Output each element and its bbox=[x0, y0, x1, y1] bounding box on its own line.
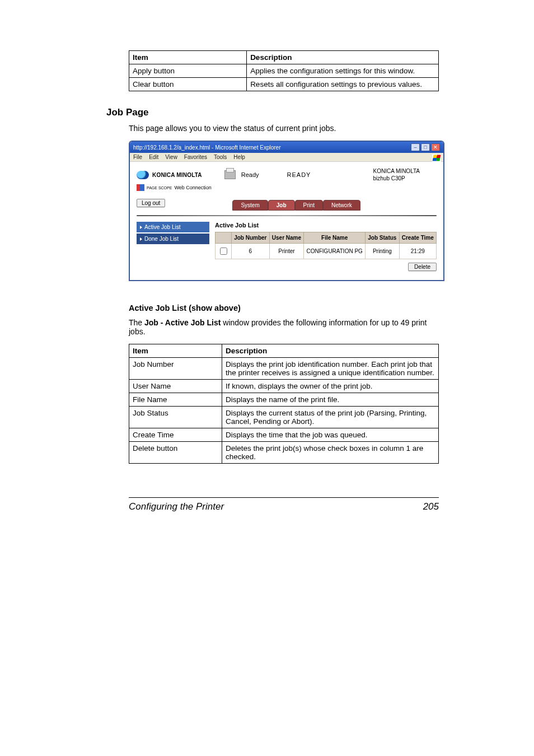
job-details-table: Item Description Job NumberDisplays the … bbox=[129, 344, 439, 464]
pagescope-label: Web Connection bbox=[174, 185, 211, 190]
job-page-heading: Job Page bbox=[106, 107, 439, 118]
col-checkbox bbox=[216, 232, 232, 244]
col-file: File Name bbox=[304, 232, 366, 244]
clear-button-desc: Resets all configuration settings to pre… bbox=[247, 78, 439, 91]
maximize-icon[interactable]: □ bbox=[421, 143, 430, 151]
active-joblist-heading: Active Job List (show above) bbox=[129, 304, 439, 312]
col-time: Create Time bbox=[399, 232, 436, 244]
details-item: Job Number bbox=[129, 358, 222, 380]
intro-prefix: The bbox=[129, 318, 144, 327]
details-desc: If known, displays the owner of the prin… bbox=[222, 380, 438, 393]
joblist-panel: Active Job List Job Number User Name Fil… bbox=[215, 222, 437, 271]
menu-file[interactable]: File bbox=[133, 154, 142, 160]
delete-button[interactable]: Delete bbox=[408, 263, 437, 271]
settings-buttons-table: Item Description Apply button Applies th… bbox=[129, 50, 439, 91]
joblist-title: Active Job List bbox=[215, 222, 437, 228]
details-desc: Displays the time that the job was queue… bbox=[222, 428, 438, 442]
ie-menubar: File Edit View Favorites Tools Help bbox=[130, 153, 443, 162]
col-jobno: Job Number bbox=[232, 232, 270, 244]
menu-edit[interactable]: Edit bbox=[149, 154, 158, 160]
details-item: Delete button bbox=[129, 442, 222, 464]
ready-status: READY bbox=[287, 171, 311, 178]
km-brand-text: KONICA MINOLTA bbox=[152, 172, 202, 178]
globe-icon bbox=[137, 171, 149, 179]
apply-button-desc: Applies the configuration settings for t… bbox=[247, 64, 439, 78]
minimize-icon[interactable]: – bbox=[411, 143, 420, 151]
menu-favorites[interactable]: Favorites bbox=[184, 154, 207, 160]
printer-icon bbox=[224, 170, 236, 179]
sidebar-item-label: Active Job List bbox=[144, 224, 180, 230]
sidebar: Active Job List Done Job List bbox=[137, 222, 209, 271]
menu-help[interactable]: Help bbox=[233, 154, 245, 160]
details-item: File Name bbox=[129, 393, 222, 407]
pagescope-icon bbox=[137, 184, 144, 191]
menu-tools[interactable]: Tools bbox=[214, 154, 227, 160]
km-logo: KONICA MINOLTA bbox=[137, 171, 202, 179]
nav-tabs: System Job Print Network bbox=[232, 200, 360, 211]
sidebar-item-active-jobs[interactable]: Active Job List bbox=[137, 222, 209, 232]
header-item: Item bbox=[129, 51, 247, 64]
tab-network[interactable]: Network bbox=[323, 200, 360, 211]
footer-section-title: Configuring the Printer bbox=[129, 501, 224, 512]
sidebar-item-label: Done Job List bbox=[144, 236, 179, 242]
table-row: 6 Printer CONFIGURATION PG Printing 21:2… bbox=[216, 244, 437, 259]
details-header-item: Item bbox=[129, 344, 222, 358]
row-checkbox[interactable] bbox=[220, 248, 227, 255]
details-desc: Displays the print job identification nu… bbox=[222, 358, 438, 380]
cell-user: Printer bbox=[269, 244, 304, 259]
details-item: Create Time bbox=[129, 428, 222, 442]
tab-system[interactable]: System bbox=[232, 200, 268, 211]
job-page-intro: This page allows you to view the status … bbox=[129, 124, 439, 133]
header-row: KONICA MINOLTA Ready READY KONICA MINOLT… bbox=[137, 167, 437, 182]
job-table: Job Number User Name File Name Job Statu… bbox=[215, 232, 437, 259]
tab-job[interactable]: Job bbox=[268, 200, 295, 211]
active-joblist-intro: The Job - Active Job List window provide… bbox=[129, 318, 439, 336]
device-brand: KONICA MINOLTA bbox=[373, 168, 420, 174]
tab-print[interactable]: Print bbox=[295, 200, 324, 211]
apply-button-item: Apply button bbox=[129, 64, 247, 78]
page-footer: Configuring the Printer 205 bbox=[129, 497, 439, 512]
ready-label: Ready bbox=[241, 171, 259, 178]
logout-button[interactable]: Log out bbox=[137, 199, 165, 207]
pagescope-prefix: PAGE SCOPE bbox=[147, 186, 172, 190]
clear-button-item: Clear button bbox=[129, 78, 247, 91]
ie-flag-icon bbox=[432, 154, 441, 162]
footer-page-number: 205 bbox=[423, 501, 439, 512]
col-user: User Name bbox=[269, 232, 304, 244]
cell-time: 21:29 bbox=[399, 244, 436, 259]
details-header-desc: Description bbox=[222, 344, 438, 358]
window-title: http://192.168.1.2/a_index.html - Micros… bbox=[133, 144, 280, 151]
ie-window: http://192.168.1.2/a_index.html - Micros… bbox=[129, 141, 444, 281]
details-item: Job Status bbox=[129, 407, 222, 428]
header-desc: Description bbox=[247, 51, 439, 64]
sidebar-item-done-jobs[interactable]: Done Job List bbox=[137, 234, 209, 244]
details-item: User Name bbox=[129, 380, 222, 393]
cell-jobno: 6 bbox=[232, 244, 270, 259]
device-model: bizhub C30P bbox=[373, 175, 405, 181]
details-desc: Displays the name of the print file. bbox=[222, 393, 438, 407]
window-titlebar: http://192.168.1.2/a_index.html - Micros… bbox=[130, 142, 443, 153]
cell-file: CONFIGURATION PG bbox=[304, 244, 366, 259]
divider bbox=[137, 215, 437, 216]
details-desc: Deletes the print job(s) whose check box… bbox=[222, 442, 438, 464]
intro-bold: Job - Active Job List bbox=[144, 318, 221, 327]
details-desc: Displays the current status of the print… bbox=[222, 407, 438, 428]
menu-view[interactable]: View bbox=[165, 154, 177, 160]
close-icon[interactable]: ✕ bbox=[431, 143, 440, 151]
device-info: KONICA MINOLTA bizhub C30P bbox=[373, 167, 437, 182]
pagescope-line: PAGE SCOPE Web Connection bbox=[137, 184, 437, 191]
cell-status: Printing bbox=[366, 244, 399, 259]
col-status: Job Status bbox=[366, 232, 399, 244]
